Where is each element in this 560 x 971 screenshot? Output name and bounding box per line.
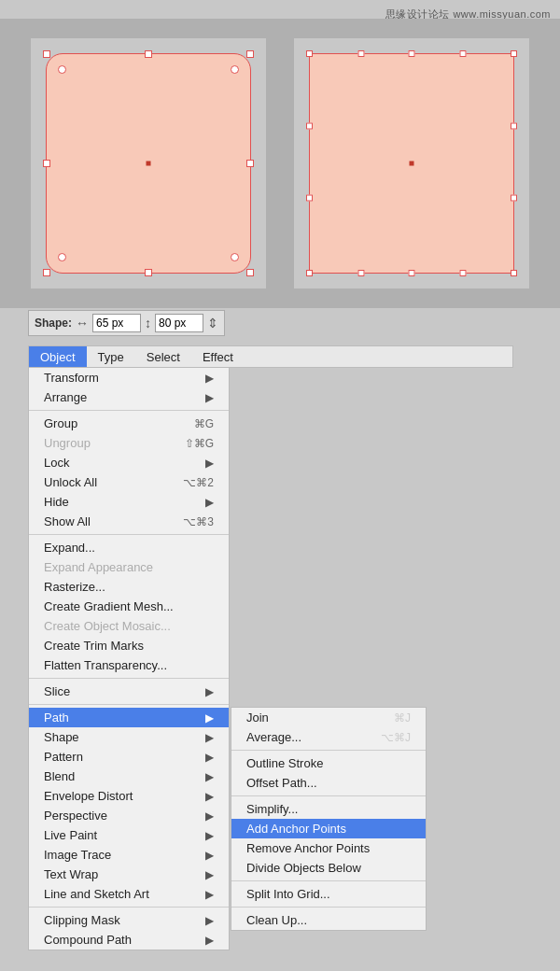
- submenu-add-anchor-points[interactable]: Add Anchor Points: [231, 819, 426, 838]
- sq-handle-r1[interactable]: [511, 123, 517, 130]
- handle-bottom-center[interactable]: [145, 269, 152, 276]
- arrow-icon: ▶: [205, 496, 214, 509]
- separator: [231, 880, 426, 881]
- menu-bar-object[interactable]: Object: [29, 346, 87, 367]
- sq-handle-bl[interactable]: [306, 270, 313, 276]
- arrow-icon: ▶: [205, 914, 214, 927]
- shape-toolbar: Shape: ↔ 65 px ↕ 80 px ⇕: [28, 310, 225, 336]
- sq-handle-t3[interactable]: [459, 50, 466, 57]
- menu-bar-effect[interactable]: Effect: [191, 346, 245, 367]
- arrow-icon: ▶: [205, 829, 214, 842]
- sq-handle-l2[interactable]: [306, 195, 313, 202]
- menu-rasterize[interactable]: Rasterize...: [29, 577, 229, 597]
- handle-bottom-right[interactable]: [246, 269, 254, 276]
- height-input[interactable]: 80 px: [155, 314, 203, 332]
- menu-expand[interactable]: Expand...: [29, 538, 229, 557]
- menu-create-object-mosaic[interactable]: Create Object Mosaic...: [29, 616, 229, 636]
- sq-handle-t1[interactable]: [357, 50, 364, 57]
- sq-handle-br[interactable]: [511, 270, 517, 276]
- center-point: [147, 162, 151, 166]
- menu-envelope-distort[interactable]: Envelope Distort ▶: [29, 786, 229, 806]
- menu-create-gradient-mesh[interactable]: Create Gradient Mesh...: [29, 597, 229, 616]
- menu-arrange[interactable]: Arrange ▶: [29, 387, 229, 407]
- menu-live-paint[interactable]: Live Paint ▶: [29, 825, 229, 845]
- sq-handle-tr[interactable]: [511, 50, 517, 57]
- menu-shape[interactable]: Shape ▶: [29, 727, 229, 747]
- shape-right: [309, 53, 514, 274]
- menu-bar-select[interactable]: Select: [135, 346, 191, 367]
- menu-unlock-all[interactable]: Unlock All ⌥⌘2: [29, 472, 229, 492]
- width-input[interactable]: 65 px: [92, 314, 141, 332]
- menu-image-trace[interactable]: Image Trace ▶: [29, 845, 229, 865]
- handle-top-left[interactable]: [43, 50, 50, 58]
- arrow-icon: ▶: [205, 849, 214, 862]
- menu-create-trim-marks[interactable]: Create Trim Marks: [29, 636, 229, 655]
- menu-path[interactable]: Path ▶ Join ⌘J Average... ⌥⌘J Outline St…: [29, 708, 229, 727]
- arrow-icon: ▶: [205, 731, 214, 744]
- anchor-bottom-left: [58, 253, 66, 261]
- menu-group[interactable]: Group ⌘G: [29, 414, 229, 433]
- sq-handle-t2[interactable]: [409, 50, 415, 57]
- submenu-divide-objects-below[interactable]: Divide Objects Below: [231, 858, 426, 878]
- menu-perspective[interactable]: Perspective ▶: [29, 806, 229, 825]
- sq-handle-l1[interactable]: [306, 123, 313, 130]
- menu-container: Object Type Select Effect Transform ▶ Ar…: [28, 345, 513, 950]
- separator: [29, 704, 229, 705]
- canvas-panel-left: [31, 38, 266, 288]
- handle-bottom-left[interactable]: [43, 269, 50, 276]
- menu-hide[interactable]: Hide ▶: [29, 492, 229, 512]
- separator: [29, 907, 229, 908]
- arrow-icon: ▶: [205, 770, 214, 783]
- separator: [231, 750, 426, 751]
- arrow-icon: ▶: [205, 457, 214, 470]
- path-submenu: Join ⌘J Average... ⌥⌘J Outline Stroke Of…: [231, 707, 427, 931]
- anchor-top-left: [58, 65, 66, 74]
- handle-top-center[interactable]: [145, 50, 152, 58]
- sq-handle-tl[interactable]: [306, 50, 313, 57]
- menu-lock[interactable]: Lock ▶: [29, 453, 229, 472]
- menu-text-wrap[interactable]: Text Wrap ▶: [29, 865, 229, 884]
- submenu-outline-stroke[interactable]: Outline Stroke: [231, 753, 426, 773]
- sq-handle-b2[interactable]: [409, 270, 415, 276]
- submenu-offset-path[interactable]: Offset Path...: [231, 773, 426, 793]
- menu-pattern[interactable]: Pattern ▶: [29, 747, 229, 767]
- sq-handle-r2[interactable]: [511, 195, 517, 202]
- submenu-average[interactable]: Average... ⌥⌘J: [231, 727, 426, 747]
- handle-top-right[interactable]: [246, 50, 254, 58]
- menu-slice[interactable]: Slice ▶: [29, 682, 229, 701]
- anchor-top-right: [231, 65, 239, 74]
- submenu-simplify[interactable]: Simplify...: [231, 799, 426, 819]
- submenu-clean-up[interactable]: Clean Up...: [231, 910, 426, 930]
- sq-handle-b1[interactable]: [357, 270, 364, 276]
- menu-compound-path[interactable]: Compound Path ▶: [29, 930, 229, 950]
- arrow-icon: ▶: [205, 391, 214, 404]
- arrow-icon: ▶: [205, 934, 214, 947]
- sq-handle-b3[interactable]: [459, 270, 466, 276]
- handle-mid-right[interactable]: [246, 160, 254, 167]
- arrow-icon: ▶: [205, 372, 214, 385]
- menu-line-and-sketch[interactable]: Line and Sketch Art ▶: [29, 884, 229, 904]
- menu-blend[interactable]: Blend ▶: [29, 767, 229, 786]
- object-dropdown: Transform ▶ Arrange ▶ Group ⌘G Ungroup ⇧…: [28, 368, 230, 950]
- submenu-join[interactable]: Join ⌘J: [231, 708, 426, 727]
- separator: [231, 795, 426, 796]
- menu-transform[interactable]: Transform ▶: [29, 368, 229, 387]
- submenu-split-into-grid[interactable]: Split Into Grid...: [231, 884, 426, 904]
- anchor-bottom-right: [231, 253, 239, 261]
- shape-label: Shape:: [35, 317, 72, 330]
- menu-bar-type[interactable]: Type: [87, 346, 135, 367]
- menu-clipping-mask[interactable]: Clipping Mask ▶: [29, 910, 229, 930]
- arrow-icon: ▶: [205, 868, 214, 881]
- menu-expand-appearance[interactable]: Expand Appearance: [29, 557, 229, 577]
- separator: [29, 534, 229, 535]
- height-icon: ↕: [145, 316, 151, 331]
- submenu-remove-anchor-points[interactable]: Remove Anchor Points: [231, 838, 426, 858]
- handle-mid-left[interactable]: [43, 160, 50, 167]
- canvas-area: [0, 19, 560, 308]
- canvas-panel-right: [294, 38, 529, 288]
- menu-ungroup[interactable]: Ungroup ⇧⌘G: [29, 433, 229, 453]
- menu-show-all[interactable]: Show All ⌥⌘3: [29, 512, 229, 531]
- menu-flatten-transparency[interactable]: Flatten Transparency...: [29, 655, 229, 675]
- rounded-rect-shape: [46, 53, 251, 274]
- link-icon[interactable]: ⇕: [207, 316, 218, 331]
